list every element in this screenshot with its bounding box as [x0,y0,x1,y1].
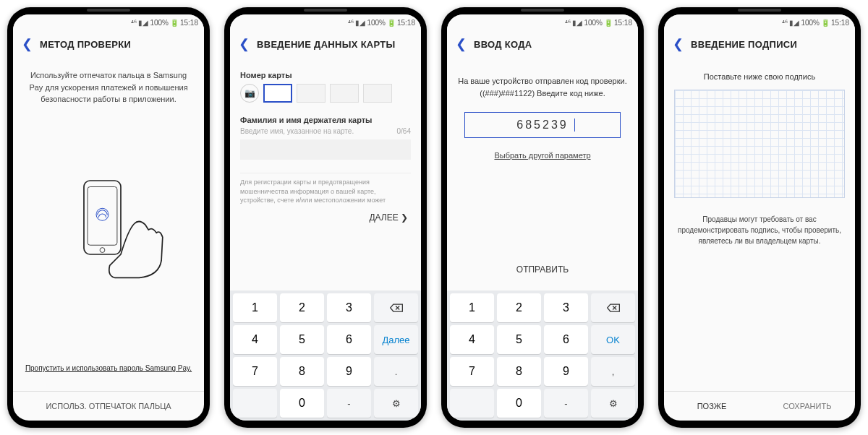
fingerprint-diagram [23,113,194,348]
key-dash[interactable]: - [327,389,371,418]
key-7[interactable]: 7 [233,357,277,386]
card-segment-4[interactable] [363,84,392,103]
svg-rect-0 [84,181,121,254]
cardholder-placeholder: Введите имя, указанное на карте. [240,127,354,135]
key-blank[interactable] [450,389,494,418]
key-ok[interactable]: OK [591,325,635,354]
key-2[interactable]: 2 [280,293,324,322]
key-4[interactable]: 4 [450,325,494,354]
key-settings[interactable]: ⚙ [591,389,635,418]
numeric-keypad: 1 2 3 4 5 6 Далее 7 8 9 . 0 - ⚙ [230,290,421,421]
time-text: 15:18 [397,19,415,27]
key-1[interactable]: 1 [450,293,494,322]
content: На ваше устройство отправлен код проверк… [447,59,638,290]
key-7[interactable]: 7 [450,357,494,386]
key-5[interactable]: 5 [497,325,541,354]
key-3[interactable]: 3 [544,293,588,322]
key-settings[interactable]: ⚙ [374,389,418,418]
footer: ПОЗЖЕ СОХРАНИТЬ [664,391,855,421]
phone-4: ⁴⁶ ▮◢ 100% 🔋 15:18 ❮ ВВЕДЕНИЕ ПОДПИСИ По… [658,7,861,428]
svg-point-2 [100,248,105,253]
use-fingerprint-button[interactable]: ИСПОЛЬЗ. ОТПЕЧАТОК ПАЛЬЦА [13,391,204,421]
key-dash[interactable]: - [544,389,588,418]
choose-other-link[interactable]: Выбрать другой параметр [457,151,628,160]
key-blank[interactable] [233,389,277,418]
cardholder-hint-row: Введите имя, указанное на карте. 0/64 [240,124,411,137]
key-3[interactable]: 3 [327,293,371,322]
key-backspace[interactable] [374,293,418,322]
battery-text: 100% [367,19,386,27]
screen-1: ⁴⁶ ▮◢ 100% 🔋 15:18 ❮ МЕТОД ПРОВЕРКИ Испо… [13,14,204,421]
page-title: МЕТОД ПРОВЕРКИ [40,39,131,50]
cardholder-input[interactable] [240,139,411,160]
header: ❮ ВВЕДЕНИЕ ДАННЫХ КАРТЫ [230,30,421,59]
time-text: 15:18 [614,19,632,27]
key-4[interactable]: 4 [233,325,277,354]
key-8[interactable]: 8 [497,357,541,386]
code-input[interactable]: 685239 [464,112,621,138]
battery-text: 100% [801,19,820,27]
gear-icon: ⚙ [609,398,618,409]
page-title: ВВОД КОДА [474,39,532,50]
screen-4: ⁴⁶ ▮◢ 100% 🔋 15:18 ❮ ВВЕДЕНИЕ ПОДПИСИ По… [664,14,855,421]
signature-note: Продавцы могут требовать от вас продемон… [674,214,845,246]
key-dot[interactable]: . [374,357,418,386]
gear-icon: ⚙ [392,398,401,409]
key-6[interactable]: 6 [327,325,371,354]
header: ❮ МЕТОД ПРОВЕРКИ [13,30,204,59]
svg-rect-1 [88,187,117,246]
status-bar: ⁴⁶ ▮◢ 100% 🔋 15:18 [447,14,638,30]
key-9[interactable]: 9 [327,357,371,386]
phone-3: ⁴⁶ ▮◢ 100% 🔋 15:18 ❮ ВВОД КОДА На ваше у… [441,7,644,428]
key-next[interactable]: Далее [374,325,418,354]
signature-pad[interactable] [674,90,845,198]
cardholder-counter: 0/64 [397,127,411,135]
status-bar: ⁴⁶ ▮◢ 100% 🔋 15:18 [13,14,204,30]
send-button[interactable]: ОТПРАВИТЬ [457,254,628,285]
disclaimer-text: Для регистрации карты и предотвращения м… [240,173,411,205]
later-button[interactable]: ПОЗЖЕ [664,392,760,421]
page-title: ВВЕДЕНИЕ ДАННЫХ КАРТЫ [257,39,396,50]
save-button[interactable]: СОХРАНИТЬ [760,392,855,421]
key-0[interactable]: 0 [280,389,324,418]
card-segment-2[interactable] [297,84,326,103]
key-9[interactable]: 9 [544,357,588,386]
content: Номер карты 📷 Фамилия и имя держателя ка… [230,59,421,290]
signal-icon: ⁴⁶ ▮◢ [565,19,583,27]
key-6[interactable]: 6 [544,325,588,354]
battery-text: 100% [150,19,169,27]
camera-icon: 📷 [244,88,255,98]
key-1[interactable]: 1 [233,293,277,322]
card-number-row: 📷 [240,84,411,103]
content: Используйте отпечаток пальца в Samsung P… [13,59,204,391]
key-backspace[interactable] [591,293,635,322]
back-icon[interactable]: ❮ [456,36,467,52]
key-5[interactable]: 5 [280,325,324,354]
signal-icon: ⁴⁶ ▮◢ [348,19,366,27]
content: Поставьте ниже свою подпись Продавцы мог… [664,59,855,391]
card-segment-1[interactable] [263,84,292,103]
time-text: 15:18 [831,19,849,27]
back-icon[interactable]: ❮ [239,36,250,52]
signal-icon: ⁴⁶ ▮◢ [782,19,800,27]
key-8[interactable]: 8 [280,357,324,386]
battery-text: 100% [584,19,603,27]
page-title: ВВЕДЕНИЕ ПОДПИСИ [691,39,797,50]
back-icon[interactable]: ❮ [22,36,33,52]
key-comma[interactable]: , [591,357,635,386]
card-segment-3[interactable] [330,84,359,103]
fingerprint-message: Используйте отпечаток пальца в Samsung P… [23,69,194,105]
key-2[interactable]: 2 [497,293,541,322]
numeric-keypad: 1 2 3 4 5 6 OK 7 8 9 , 0 - ⚙ [447,290,638,421]
fingerprint-icon [96,209,109,221]
backspace-icon [606,303,621,313]
phone-1: ⁴⁶ ▮◢ 100% 🔋 15:18 ❮ МЕТОД ПРОВЕРКИ Испо… [7,7,210,428]
camera-button[interactable]: 📷 [240,84,259,103]
header: ❮ ВВЕДЕНИЕ ПОДПИСИ [664,30,855,59]
next-button[interactable]: ДАЛЕЕ ❯ [240,205,411,230]
key-0[interactable]: 0 [497,389,541,418]
skip-link[interactable]: Пропустить и использовать пароль Samsung… [23,363,194,374]
back-icon[interactable]: ❮ [673,36,684,52]
screen-2: ⁴⁶ ▮◢ 100% 🔋 15:18 ❮ ВВЕДЕНИЕ ДАННЫХ КАР… [230,14,421,421]
card-number-label: Номер карты [240,71,411,79]
